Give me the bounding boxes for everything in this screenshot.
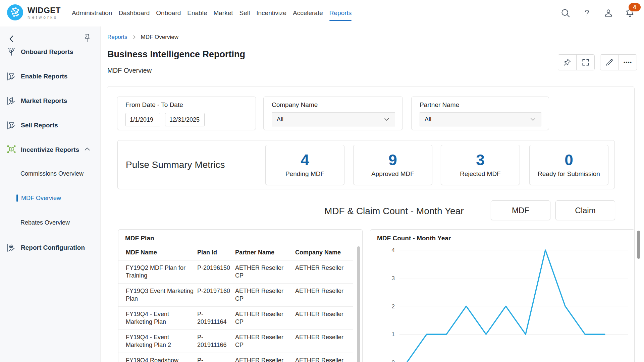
metric-value: 9 [388,152,397,168]
nav-item-market[interactable]: Market [213,0,233,26]
table-cell: AETHER Reseller CP [235,334,295,349]
company-filter-label: Company Name [272,101,318,109]
table-row: FY19Q3 Event Marketing PlanP-20197160AET… [118,284,353,307]
mdf-count-chart-title: MDF Count - Month Year [377,235,451,242]
search-icon[interactable] [560,8,571,18]
nav-item-dashboard[interactable]: Dashboard [118,0,150,26]
app-window: WIDGET Networks AdministrationDashboardO… [0,0,644,362]
sidebar-pin-icon[interactable] [83,33,92,43]
sidebar-item-label: Onboard Reports [21,48,73,56]
table-cell: P-20196150 [197,264,235,280]
table-cell: AETHER Reseller [295,287,354,303]
sidebar-subitem-rebates-overview[interactable]: Rebates Overview [0,216,100,229]
partner-filter-label: Partner Name [420,101,459,109]
metric-value: 4 [301,152,309,168]
sidebar-item-report-configuration[interactable]: Report Configuration [0,240,100,255]
help-icon[interactable] [582,8,592,18]
metric-label: Ready for Submission [538,170,600,178]
sidebar-subitem-label: Rebates Overview [20,219,70,226]
report-configuration-icon [6,242,17,253]
nav-item-accelerate[interactable]: Accelerate [293,0,323,26]
partner-select[interactable]: All [420,112,541,126]
svg-text:4: 4 [392,247,395,253]
sidebar-subitem-commissions-overview[interactable]: Commissions Overview [0,167,100,180]
date-filter-label: From Date - To Date [125,101,183,109]
pulse-summary-metrics-panel: Pulse Summary Metrics 4Pending MDF9Appro… [117,140,615,189]
nav-item-onboard[interactable]: Onboard [156,0,181,26]
table-row: FY19Q4 - Event Marketing PlanP-201911164… [118,307,353,330]
svg-text:0: 0 [392,359,395,362]
table-cell: FY19Q3 Event Marketing Plan [126,287,197,303]
fullscreen-button[interactable] [576,55,594,70]
table-cell: AETHER Reseller [295,264,354,280]
chevron-down-icon [383,116,390,123]
table-cell: AETHER Reseller CP [235,357,295,362]
notifications-icon[interactable]: 4 [625,8,635,18]
edit-icon [605,58,614,67]
column-header-company-name: Company Name [295,249,354,256]
table-cell: FY19Q4 Roadshow [126,357,197,362]
table-scrollbar[interactable] [357,246,360,362]
from-date-input[interactable] [125,113,160,126]
logo-subtitle: Networks [28,15,61,19]
mdf-plan-table: MDF NamePlan IdPartner NameCompany NameF… [118,245,353,362]
company-logo[interactable]: WIDGET Networks [0,4,67,22]
sidebar-item-incentivize-reports[interactable]: $Incentivize Reports [0,142,100,157]
nav-item-reports[interactable]: Reports [329,0,352,26]
column-header-plan-id: Plan Id [197,249,235,256]
company-select[interactable]: All [272,112,395,126]
page-subtitle: MDF Overview [107,67,152,74]
table-cell: FY19Q4 - Event Marketing Plan [126,310,197,326]
nav-item-administration[interactable]: Administration [72,0,112,26]
mdf-plan-card: MDF Plan MDF NamePlan IdPartner NameComp… [118,229,363,362]
table-row: FY19Q4 - Event Marketing Plan 2P-2019111… [118,330,353,353]
page-scrollbar[interactable] [637,231,640,259]
sidebar-item-onboard-reports[interactable]: Onboard Reports [0,47,100,59]
enable-reports-icon [6,71,17,82]
metric-label: Approved MDF [371,170,414,178]
edit-report-button[interactable] [600,55,619,70]
pin-report-button[interactable] [558,55,576,70]
incentivize-reports-icon: $ [6,144,17,155]
more-options-button[interactable]: •••• [619,55,637,70]
table-header-row: MDF NamePlan IdPartner NameCompany Name [118,245,353,260]
nav-item-incentivize[interactable]: Incentivize [256,0,286,26]
sidebar-list: Onboard ReportsEnable ReportsMarket Repo… [0,47,100,362]
sidebar-item-label: Market Reports [21,97,67,105]
to-date-input[interactable] [165,113,205,126]
sidebar-item-sell-reports[interactable]: Sell Reports [0,118,100,133]
fullscreen-icon [581,58,590,67]
mdf-count-chart-card: 01234 MDF Count - Month Year [370,229,635,362]
sidebar-item-market-reports[interactable]: Market Reports [0,94,100,108]
profile-icon[interactable] [603,8,614,18]
mdf-toggle-button[interactable]: MDF [491,200,550,220]
breadcrumb-item-reports[interactable]: Reports [107,34,127,41]
svg-text:1: 1 [392,331,395,338]
sidebar-subitem-mdf-overview[interactable]: MDF Overview [0,191,100,205]
nav-item-enable[interactable]: Enable [187,0,207,26]
metrics-title: Pulse Summary Metrics [126,140,225,189]
claim-toggle-button[interactable]: Claim [555,200,615,220]
sidebar-collapse-icon[interactable] [7,34,17,44]
sidebar-item-label: Incentivize Reports [21,146,79,154]
nav-item-sell[interactable]: Sell [239,0,250,26]
svg-text:$: $ [10,148,12,151]
date-filter-card: From Date - To Date [117,97,256,130]
breadcrumb-item-mdf-overview: MDF Overview [141,34,178,41]
sidebar-subitem-label: Commissions Overview [20,170,84,177]
metric-value: 3 [476,152,485,168]
more-icon: •••• [624,61,632,64]
breadcrumb-chevron-icon [131,35,137,40]
logo-network-icon [7,4,23,22]
sidebar-subitem-label: MDF Overview [21,195,61,202]
table-cell: FY19Q4 - Event Marketing Plan 2 [126,334,197,349]
metric-label: Rejected MDF [460,170,500,178]
mdf-claim-section-title: MDF & Claim Count - Month Year [324,203,464,220]
table-cell: AETHER Reseller [295,357,354,362]
metric-card-approved-mdf: 9Approved MDF [353,145,432,185]
breadcrumb: ReportsMDF Overview [107,34,178,41]
company-select-value: All [277,116,283,123]
metric-value: 0 [565,152,573,168]
sidebar-item-enable-reports[interactable]: Enable Reports [0,69,100,84]
sidebar-item-label: Enable Reports [21,73,67,80]
